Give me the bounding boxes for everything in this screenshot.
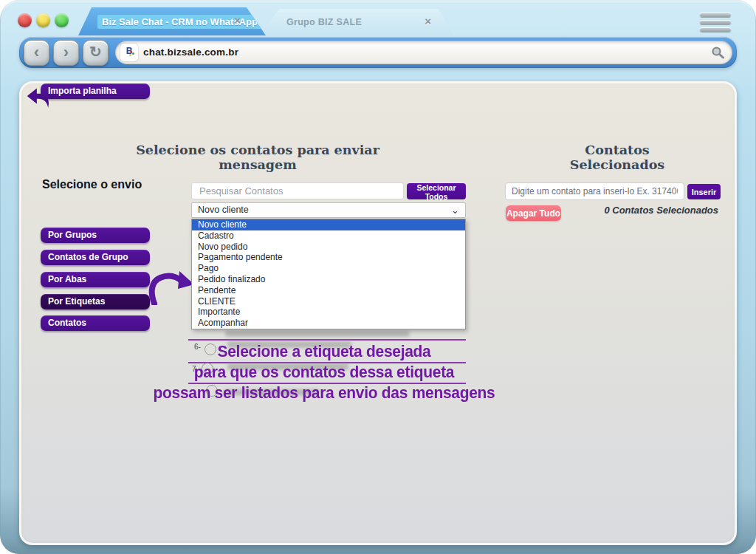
instruction-overlay: Selecione a etiqueta desejada para que o… <box>103 341 546 403</box>
sidebar-item[interactable]: Contatos de Grupo <box>41 250 150 265</box>
minimize-window-button[interactable] <box>36 13 50 27</box>
tab-title: Grupo BIZ SALE <box>286 17 362 27</box>
forward-button[interactable]: › <box>53 40 79 66</box>
close-tab-icon[interactable]: × <box>234 14 241 27</box>
dropdown-option[interactable]: Novo cliente <box>192 219 465 230</box>
dropdown-option[interactable]: Acompanhar <box>192 318 465 329</box>
sidebar-item[interactable]: Por Abas <box>41 272 150 287</box>
sidebar-title: Selecione o envio <box>42 178 142 191</box>
page-title: Selecione os contatos para enviar mensag… <box>132 143 383 172</box>
instruction-line: possam ser listados para envio das mensa… <box>103 383 546 403</box>
dropdown-option[interactable]: Importante <box>192 307 465 318</box>
dropdown-option[interactable]: Cadastro <box>192 230 465 242</box>
close-window-button[interactable] <box>18 13 32 27</box>
label-select[interactable]: Novo cliente ⌄ <box>191 202 466 218</box>
label-dropdown-list: Novo cliente Cadastro Novo pedido Pagame… <box>191 219 466 329</box>
selected-count-label: 0 Contatos Selecionados <box>604 205 718 216</box>
instruction-line: Selecione a etiqueta desejada <box>103 341 546 362</box>
maximize-window-button[interactable] <box>55 13 69 27</box>
dropdown-option[interactable]: Pedido finalizado <box>192 274 465 285</box>
pointer-arrow-icon <box>147 267 196 305</box>
insert-contact-input[interactable] <box>505 182 684 200</box>
dropdown-option[interactable]: Novo pedido <box>192 242 465 253</box>
tab-grupo-biz-sale[interactable]: Grupo BIZ SALE × <box>260 9 453 35</box>
selected-contacts-title: Contatos Selecionados <box>540 143 695 172</box>
address-bar[interactable]: B chat.bizsale.com.br <box>115 41 732 64</box>
navigation-bar: ‹ › ↻ B chat.bizsale.com.br <box>19 37 737 68</box>
hamburger-menu-icon[interactable] <box>700 13 731 33</box>
sidebar-item[interactable]: Contatos <box>41 315 150 331</box>
search-icon[interactable] <box>710 45 725 60</box>
chevron-down-icon: ⌄ <box>451 203 459 217</box>
reload-button[interactable]: ↻ <box>83 40 109 66</box>
dropdown-option[interactable]: Pagamento pendente <box>192 252 465 263</box>
browser-window: Biz Sale Chat - CRM no WhatsApp × Grupo … <box>0 0 756 554</box>
close-tab-icon[interactable]: × <box>425 15 431 27</box>
url-text: chat.bizsale.com.br <box>143 47 238 58</box>
sidebar-item[interactable]: Importa planilha <box>41 83 150 99</box>
page-content: Selecione os contatos para enviar mensag… <box>19 81 737 545</box>
site-favicon: B <box>120 44 138 61</box>
dropdown-option[interactable]: CLIENTE <box>192 296 465 307</box>
instruction-line: para que os contatos dessa etiqueta <box>103 362 546 383</box>
sidebar-item[interactable]: Por Grupos <box>41 228 150 243</box>
sidebar-item[interactable]: Por Etiquetas <box>41 294 150 310</box>
tab-biz-sale-chat[interactable]: Biz Sale Chat - CRM no WhatsApp × <box>78 7 266 35</box>
select-all-button[interactable]: Selecionar Todos <box>407 183 466 199</box>
label-select-value: Novo cliente <box>198 205 249 215</box>
dropdown-option[interactable]: Pago <box>192 263 465 274</box>
search-contacts-input[interactable] <box>191 182 404 199</box>
clear-all-button[interactable]: Apagar Tudo <box>506 205 561 221</box>
dropdown-option[interactable]: Pendente <box>192 285 465 296</box>
back-button[interactable]: ‹ <box>24 40 49 66</box>
redacted-contact-text <box>225 331 410 337</box>
insert-button[interactable]: Inserir <box>687 184 721 199</box>
